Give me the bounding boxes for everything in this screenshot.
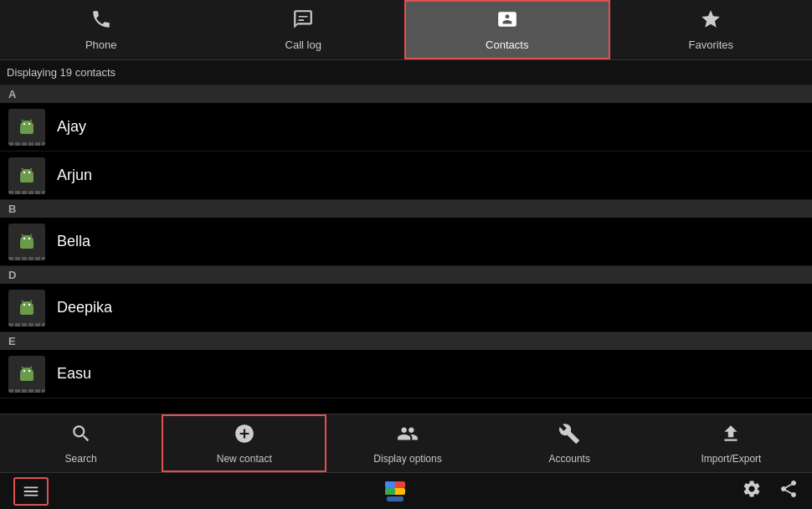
section-header-b: B	[0, 200, 812, 218]
svg-point-3	[23, 122, 25, 124]
display-options-icon	[397, 423, 419, 450]
contact-row[interactable]: Ajay	[0, 103, 812, 152]
new-contact-action[interactable]: New contact	[162, 414, 326, 472]
bottom-left-controls	[13, 477, 49, 506]
svg-point-36	[28, 369, 30, 371]
contact-name: Arjun	[57, 167, 92, 184]
share-icon[interactable]	[779, 479, 799, 503]
bottom-center-area	[382, 478, 409, 505]
svg-point-28	[28, 303, 30, 305]
avatar	[8, 224, 45, 260]
favorites-icon	[700, 8, 722, 35]
status-bar: Displaying 19 contacts	[0, 60, 812, 85]
new-contact-label: New contact	[217, 453, 272, 465]
section-header-d: D	[0, 266, 812, 284]
tab-calllog-label: Call log	[285, 39, 321, 51]
display-options-action[interactable]: Display options	[326, 414, 488, 472]
svg-point-4	[28, 122, 30, 124]
tab-favorites-label: Favorites	[689, 39, 733, 51]
import-export-label: Import/Export	[701, 453, 761, 465]
contact-name: Bella	[57, 233, 90, 250]
contact-name: Deepika	[57, 299, 112, 316]
contact-row[interactable]: Arjun	[0, 152, 812, 200]
tab-phone[interactable]: Phone	[0, 0, 203, 59]
import-export-action[interactable]: Import/Export	[650, 414, 812, 472]
bottom-action-bar: Search New contact Display options Accou…	[0, 414, 812, 472]
svg-rect-43	[385, 488, 395, 495]
svg-point-19	[23, 237, 25, 239]
svg-rect-31	[20, 306, 33, 315]
hamburger-button[interactable]	[13, 477, 49, 506]
tab-phone-label: Phone	[85, 39, 117, 51]
tab-calllog[interactable]: Call log	[203, 0, 405, 59]
svg-rect-15	[20, 174, 33, 183]
tab-contacts[interactable]: Contacts	[404, 0, 610, 59]
svg-point-11	[23, 171, 25, 172]
settings-icon[interactable]	[742, 479, 762, 503]
svg-rect-7	[20, 126, 33, 134]
display-options-label: Display options	[373, 453, 441, 465]
contact-row[interactable]: Bella	[0, 218, 812, 266]
layers-icon	[382, 478, 409, 505]
section-header-e: E	[0, 332, 812, 350]
tab-favorites[interactable]: Favorites	[610, 0, 813, 59]
svg-point-35	[23, 369, 25, 371]
contact-count-text: Displaying 19 contacts	[7, 66, 116, 79]
svg-point-12	[28, 171, 30, 172]
search-icon	[70, 423, 92, 450]
contact-row[interactable]: Deepika	[0, 284, 812, 332]
svg-rect-39	[20, 373, 33, 381]
contact-name: Ajay	[57, 118, 86, 136]
tab-contacts-label: Contacts	[486, 39, 528, 51]
svg-rect-23	[20, 240, 33, 249]
avatar	[8, 356, 45, 393]
search-action[interactable]: Search	[0, 414, 162, 472]
svg-point-27	[23, 303, 25, 305]
contact-row[interactable]: Easu	[0, 350, 812, 398]
svg-rect-42	[385, 481, 395, 488]
accounts-action[interactable]: Accounts	[489, 414, 650, 472]
accounts-label: Accounts	[549, 453, 590, 465]
svg-point-20	[28, 237, 30, 239]
accounts-icon	[558, 423, 580, 450]
new-contact-icon	[234, 423, 255, 450]
avatar	[8, 109, 45, 146]
calllog-icon	[292, 8, 314, 35]
contact-list: A Ajay	[0, 85, 812, 414]
section-header-a: A	[0, 85, 812, 103]
svg-rect-44	[387, 496, 403, 501]
contacts-icon	[496, 8, 518, 35]
import-export-icon	[720, 423, 742, 450]
avatar	[8, 290, 45, 326]
top-navigation: Phone Call log Contacts Favorites	[0, 0, 812, 60]
search-label: Search	[65, 453, 97, 465]
contact-name: Easu	[57, 365, 91, 383]
phone-icon	[90, 8, 112, 35]
bottom-right-controls	[742, 479, 799, 503]
very-bottom-bar	[0, 472, 812, 509]
avatar	[8, 157, 45, 194]
